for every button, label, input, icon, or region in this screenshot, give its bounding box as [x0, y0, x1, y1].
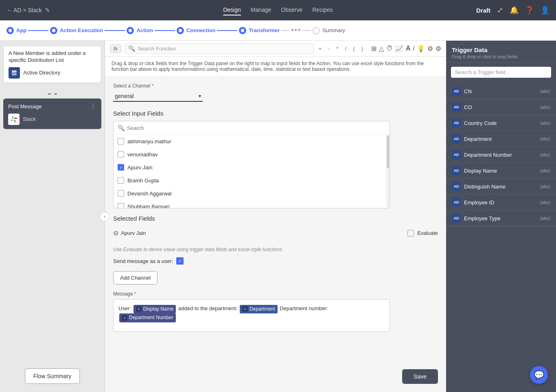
trigger-field-department-number[interactable]: AD Department Number (abc) — [446, 147, 556, 163]
token-text-display-name: Display Name — [143, 305, 174, 313]
evaluate-checkbox[interactable] — [407, 230, 414, 237]
grid-icon[interactable]: ⊞ — [371, 45, 377, 53]
nav-tab-manage[interactable]: Manage — [251, 5, 271, 15]
edit-icon[interactable]: ✎ — [45, 7, 50, 13]
external-link-icon[interactable]: ⤢ — [497, 6, 503, 15]
top-nav-right: Draft ⤢ 🔔 ❓ 👤 — [476, 6, 549, 15]
question-icon[interactable]: ❓ — [525, 6, 534, 15]
channel-select[interactable]: general ▾ — [113, 91, 203, 102]
op-plus[interactable]: + — [317, 45, 324, 53]
flow-summary-button[interactable]: Flow Summary — [25, 368, 80, 384]
field-checkbox-shubham[interactable] — [118, 203, 124, 208]
message-token-display-name[interactable]: ▪ Display Name — [134, 305, 176, 313]
pipeline-step-action[interactable]: Action — [127, 27, 153, 34]
field-checkbox-bramh[interactable] — [118, 177, 124, 184]
save-button[interactable]: Save — [402, 369, 438, 384]
field-name-abhimanyu: abhimanyu.mathur — [127, 138, 171, 145]
trigger-field-type-distinguish-name: (abc) — [540, 184, 550, 189]
pipeline-step-connection[interactable]: Connection — [177, 27, 216, 34]
trigger-data-header: Trigger Data Drag & drop or click to map… — [446, 41, 556, 63]
op-multiply[interactable]: * — [335, 45, 340, 53]
field-checkbox-abhimanyu[interactable] — [118, 138, 124, 145]
pipeline-step-transformer[interactable]: Transformer — [239, 27, 280, 34]
code-icon[interactable]: ⚙ — [427, 45, 433, 53]
trigger-field-name-country-code: Country Code — [464, 120, 537, 126]
field-item-abhimanyu[interactable]: abhimanyu.mathur — [114, 135, 390, 148]
message-section: Message * User: ▪ Display Name added to … — [113, 291, 438, 332]
trigger-field-distinguish-name[interactable]: AD Distinguish Name (abc) — [446, 179, 556, 195]
trigger-card: A New Member is added under a specific D… — [3, 46, 101, 83]
message-box[interactable]: User: ▪ Display Name added to the depart… — [113, 299, 390, 332]
pipeline-step-summary[interactable]: Summary — [313, 27, 345, 34]
trigger-field-name-display-name: Display Name — [464, 168, 537, 174]
expand-chevron[interactable]: ⌄⌄ — [3, 88, 101, 97]
triangle-icon[interactable]: △ — [379, 45, 384, 53]
message-token-dept-number[interactable]: ▪ Department Number — [119, 313, 176, 322]
trigger-field-display-name[interactable]: AD Display Name (abc) — [446, 163, 556, 179]
svg-rect-5 — [14, 118, 17, 119]
nav-tab-design[interactable]: Design — [223, 5, 241, 15]
trigger-field-co[interactable]: AD CO (abc) — [446, 99, 556, 115]
op-close-paren[interactable]: ) — [360, 45, 365, 53]
svg-rect-2 — [12, 116, 13, 119]
send-message-row: Send message as a user: ✓ — [113, 257, 438, 265]
send-message-checkbox[interactable]: ✓ — [176, 257, 184, 265]
formula-input[interactable]: 🔍 Search Function — [125, 43, 313, 54]
field-item-shubham[interactable]: Shubham Bansari — [114, 200, 390, 208]
message-suffix: Department number: — [280, 305, 328, 311]
trigger-field-cn[interactable]: AD CN (abc) — [446, 83, 556, 99]
op-open-paren[interactable]: ( — [351, 45, 356, 53]
trigger-data-subtitle: Drag & drop or click to map fields — [452, 54, 550, 59]
fields-search-input[interactable] — [127, 125, 385, 131]
field-item-devansh[interactable]: Devansh Aggarwal — [114, 187, 390, 200]
field-item-venumadhav[interactable]: venumadhav — [114, 148, 390, 161]
field-icon-country-code: AD — [452, 118, 461, 127]
sidebar-collapse-button[interactable]: ‹ — [100, 212, 109, 221]
remove-field-icon[interactable]: ⊖ — [113, 229, 118, 237]
action-menu-button[interactable]: ⋮ — [90, 103, 96, 110]
info-icon[interactable]: i — [413, 45, 414, 53]
main-layout: A New Member is added under a specific D… — [0, 41, 556, 392]
trigger-field-employee-type[interactable]: AD Employee Type (abc) — [446, 210, 556, 226]
trigger-field-type-department-number: (abc) — [540, 152, 550, 157]
action-card: Post Message ⋮ Slack — [3, 99, 101, 129]
pipeline-step-app[interactable]: App — [7, 27, 26, 34]
op-minus[interactable]: - — [326, 45, 331, 53]
back-button[interactable]: ← AD > Slack — [7, 7, 42, 13]
trigger-data-title: Trigger Data — [452, 46, 550, 53]
fields-scrollbar[interactable] — [386, 135, 390, 208]
chart-icon[interactable]: 📈 — [395, 45, 403, 53]
pipeline-step-dots: ••• — [291, 26, 301, 35]
message-token-department[interactable]: ▪ Department — [240, 305, 278, 313]
op-divide[interactable]: / — [344, 45, 348, 53]
field-checkbox-devansh[interactable] — [118, 190, 124, 197]
trigger-field-employee-id[interactable]: AD Employee ID (abc) — [446, 195, 556, 210]
nav-tab-observe[interactable]: Observe — [281, 5, 302, 15]
channel-label: Select a Channel * — [113, 83, 438, 89]
field-item-bramh[interactable]: Bramh Gupta — [114, 174, 390, 187]
trigger-field-name-employee-id: Employee ID — [464, 199, 537, 206]
field-icon-employee-type: AD — [452, 214, 461, 223]
nav-tab-recipes[interactable]: Recipes — [312, 5, 333, 15]
text-a-icon[interactable]: A — [406, 45, 411, 53]
trigger-field-type-department: (abc) — [540, 136, 550, 141]
bell-icon[interactable]: 🔔 — [510, 6, 519, 15]
channel-select-value: general — [115, 93, 199, 99]
field-item-apurv[interactable]: ✓ Apurv Jain — [114, 161, 390, 174]
formula-operators: + - * / ( ) — [317, 45, 365, 53]
pipeline-step-action-execution[interactable]: Action Execution — [50, 27, 103, 34]
bulb-icon[interactable]: 💡 — [417, 45, 425, 53]
fields-list: abhimanyu.mathur venumadhav ✓ Apurv Jain… — [114, 135, 390, 208]
formula-toolbar-icons: ⊞ △ ⏱ 📈 A i 💡 ⚙ ⚙ — [371, 45, 441, 53]
trigger-field-country-code[interactable]: AD Country Code (abc) — [446, 115, 556, 131]
add-channel-button[interactable]: Add Channel — [113, 271, 158, 285]
trigger-search-input[interactable]: Search a Trigger field... — [451, 67, 551, 78]
gear-icon[interactable]: ⚙ — [436, 45, 441, 53]
clock-icon[interactable]: ⏱ — [386, 45, 393, 53]
field-checkbox-venumadhav[interactable] — [118, 151, 124, 158]
user-icon[interactable]: 👤 — [541, 6, 549, 15]
form-area: Select a Channel * general ▾ Select Inpu… — [105, 77, 446, 338]
chat-bubble-button[interactable]: 💬 — [530, 366, 548, 384]
trigger-field-department[interactable]: AD Department (abc) — [446, 131, 556, 147]
field-checkbox-apurv[interactable]: ✓ — [118, 164, 124, 171]
